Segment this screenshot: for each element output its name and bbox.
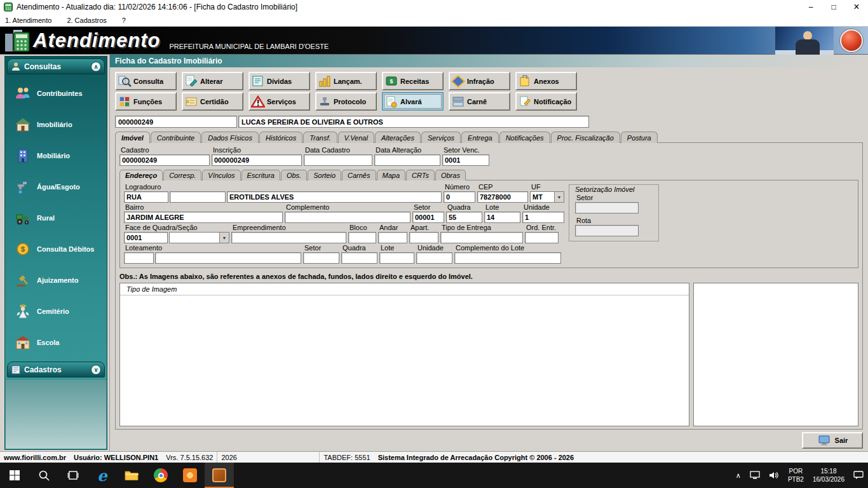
- subtab-crts[interactable]: CRTs: [406, 170, 435, 180]
- empreendimento-field[interactable]: [231, 232, 346, 243]
- subtab-obs[interactable]: Obs.: [281, 170, 307, 180]
- subtab-endereco[interactable]: Endereço: [119, 170, 163, 180]
- menu-help[interactable]: ?: [122, 17, 126, 24]
- tab-historicos[interactable]: Históricos: [259, 132, 302, 143]
- pinned-app-button[interactable]: [175, 463, 205, 488]
- tab-dados-fisicos[interactable]: Dados Físicos: [201, 132, 259, 143]
- carne-button[interactable]: Carnê: [449, 92, 510, 111]
- alterar-button[interactable]: Alterar: [182, 72, 243, 90]
- sidebar-item-contribuintes[interactable]: Contribuintes: [14, 78, 107, 109]
- tab-contribuinte[interactable]: Contribuinte: [151, 132, 201, 143]
- logradouro-codigo-field[interactable]: [170, 191, 226, 203]
- start-button[interactable]: [0, 463, 29, 488]
- tab-servicos[interactable]: Serviços: [421, 132, 461, 143]
- bairro-field[interactable]: [124, 212, 283, 223]
- dropdown-arrow-icon[interactable]: ▼: [554, 192, 564, 202]
- inscricao-field[interactable]: [212, 154, 302, 166]
- sidebar-item-agua-esgoto[interactable]: Água/Esgoto: [14, 171, 107, 202]
- tab-alteracoes[interactable]: Alterações: [375, 132, 421, 143]
- record-code-field[interactable]: 000000249: [115, 116, 237, 128]
- dividas-button[interactable]: Dívidas: [248, 72, 310, 90]
- anexos-button[interactable]: Anexos: [515, 72, 577, 90]
- subtab-sorteio[interactable]: Sorteio: [308, 170, 341, 180]
- sidebar-item-escola[interactable]: Escola: [14, 327, 107, 358]
- record-owner-field[interactable]: LUCAS PEREIRA DE OLIVEIRA E OUTROS: [238, 116, 589, 128]
- subtab-escritura[interactable]: Escritura: [241, 170, 280, 180]
- consulta-button[interactable]: Consulta: [115, 72, 177, 90]
- setor-venc-field[interactable]: [442, 154, 489, 166]
- loteamento-codigo-field[interactable]: [124, 252, 154, 264]
- subtab-corresp[interactable]: Corresp.: [163, 170, 201, 180]
- cep-field[interactable]: [477, 191, 528, 203]
- expand-cadastros-button[interactable]: ∨: [91, 365, 101, 375]
- tab-notificacoes[interactable]: Notificações: [499, 132, 550, 143]
- collapse-consultas-button[interactable]: ∧: [91, 62, 101, 72]
- subtab-vinculos[interactable]: Vínculos: [202, 170, 240, 180]
- ord-entr-field[interactable]: [525, 232, 559, 243]
- task-view-button[interactable]: [58, 463, 88, 488]
- setor-field[interactable]: [412, 212, 444, 223]
- andar-field[interactable]: [378, 232, 407, 243]
- taskbar-search-button[interactable]: [29, 463, 58, 488]
- face-quadra-select[interactable]: ▼: [169, 232, 229, 243]
- subtab-carnes[interactable]: Carnês: [342, 170, 376, 180]
- maximize-button[interactable]: □: [822, 0, 845, 14]
- notificacao-button[interactable]: Notificação: [515, 92, 577, 111]
- bloco-field[interactable]: [348, 232, 376, 243]
- chrome-browser-button[interactable]: [146, 463, 175, 488]
- tab-imovel[interactable]: Imóvel: [115, 132, 150, 143]
- tray-volume-icon[interactable]: [764, 463, 783, 488]
- data-cadastro-field[interactable]: [304, 154, 372, 166]
- language-indicator[interactable]: POR PTB2: [783, 463, 808, 488]
- menu-cadastros[interactable]: 2. Cadastros: [67, 17, 106, 24]
- servicos-button[interactable]: Serviços: [248, 92, 310, 111]
- notification-center-button[interactable]: [849, 463, 868, 488]
- subtab-obras[interactable]: Obras: [435, 170, 466, 180]
- tipo-entrega-field[interactable]: [440, 232, 523, 243]
- dropdown-arrow-icon[interactable]: ▼: [219, 233, 229, 243]
- complemento-field[interactable]: [285, 212, 410, 223]
- face-quadra-field[interactable]: [124, 232, 168, 243]
- clock[interactable]: 15:18 16/03/2026: [808, 463, 849, 488]
- edge-browser-button[interactable]: e: [88, 463, 117, 488]
- data-alteracao-field[interactable]: [374, 154, 440, 166]
- tab-entrega[interactable]: Entrega: [461, 132, 499, 143]
- uf-select[interactable]: MT ▼: [530, 191, 564, 203]
- quadra2-field[interactable]: [341, 252, 377, 264]
- apart-field[interactable]: [409, 232, 438, 243]
- infracao-button[interactable]: Infração: [449, 72, 510, 90]
- lote-field[interactable]: [484, 212, 520, 223]
- sidebar-item-ajuizamento[interactable]: Ajuizamento: [14, 264, 107, 295]
- tab-vvenal[interactable]: V.Venal: [338, 132, 374, 143]
- tab-postura[interactable]: Postura: [621, 132, 658, 143]
- file-explorer-button[interactable]: [117, 463, 146, 488]
- minimize-button[interactable]: –: [799, 0, 822, 14]
- sidebar-item-mobiliario[interactable]: Mobiliário: [14, 140, 107, 171]
- sidebar-item-consulta-debitos[interactable]: $ Consulta Débitos: [14, 233, 107, 264]
- cadastro-field[interactable]: [119, 154, 210, 166]
- quadra-field[interactable]: [446, 212, 482, 223]
- compl-lote-field[interactable]: [454, 252, 561, 264]
- unidade2-field[interactable]: [416, 252, 452, 264]
- sair-button[interactable]: Sair: [802, 432, 863, 449]
- subtab-mapa[interactable]: Mapa: [377, 170, 406, 180]
- tray-chevron-up-icon[interactable]: ∧: [731, 463, 745, 488]
- tab-transf[interactable]: Transf.: [303, 132, 337, 143]
- tray-display-icon[interactable]: [745, 463, 764, 488]
- numero-field[interactable]: [444, 191, 475, 203]
- sidebar-section-consultas[interactable]: Consultas ∧: [7, 58, 105, 74]
- atendimento-app-button[interactable]: [205, 463, 234, 488]
- sidebar-item-rural[interactable]: Rural: [14, 202, 107, 233]
- sidebar-section-cadastros[interactable]: Cadastros ∨: [7, 362, 105, 377]
- sidebar-item-imobiliario[interactable]: Imobiliário: [14, 109, 107, 140]
- close-button[interactable]: ×: [845, 0, 868, 14]
- alvara-button[interactable]: Alvará: [382, 92, 444, 111]
- loteamento-nome-field[interactable]: [155, 252, 301, 264]
- lancam-button[interactable]: Lançam.: [315, 72, 377, 90]
- logradouro-tipo-field[interactable]: [124, 191, 168, 203]
- setorizacao-setor-field[interactable]: [575, 202, 639, 214]
- setorizacao-rota-field[interactable]: [575, 225, 639, 236]
- lote2-field[interactable]: [379, 252, 414, 264]
- logradouro-nome-field[interactable]: [227, 191, 442, 203]
- menu-atendimento[interactable]: 1. Atendimento: [5, 17, 51, 24]
